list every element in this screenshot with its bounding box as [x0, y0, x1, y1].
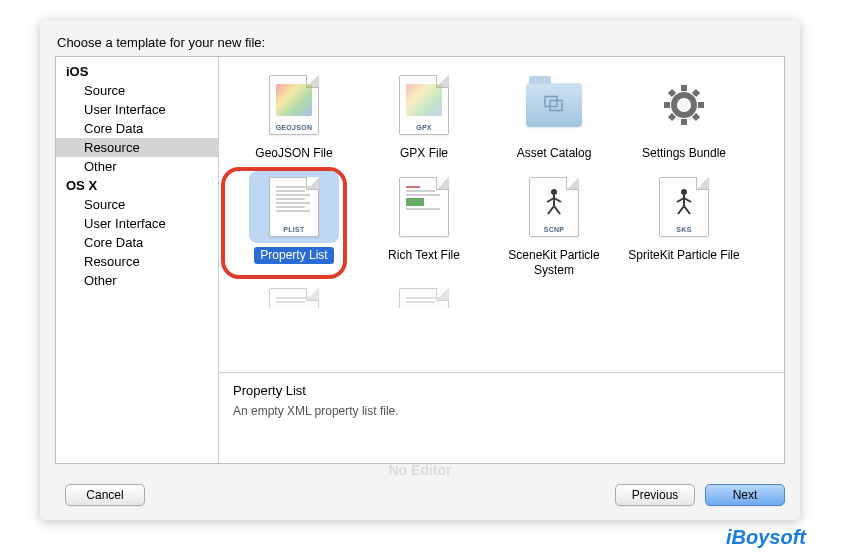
- template-label: SceneKit Particle System: [489, 247, 619, 278]
- svg-line-20: [677, 198, 684, 202]
- sidebar-item-ios-resource[interactable]: Resource: [56, 138, 218, 157]
- sidebar-group-ios[interactable]: iOS: [56, 62, 218, 81]
- template-label: Property List: [254, 247, 333, 263]
- cancel-button[interactable]: Cancel: [65, 484, 145, 506]
- svg-line-21: [684, 198, 691, 202]
- gear-icon: [639, 69, 729, 141]
- template-item[interactable]: [359, 288, 489, 298]
- template-main: GEOJSON GeoJSON File GPX: [219, 57, 784, 463]
- description-body: An empty XML property list file.: [233, 404, 770, 418]
- template-property-list[interactable]: PLIST Property List: [229, 171, 359, 278]
- dialog-button-bar: Cancel Previous Next: [40, 474, 800, 520]
- template-label: Rich Text File: [382, 247, 466, 263]
- file-icon: SCNP: [509, 171, 599, 243]
- template-sidebar: iOS Source User Interface Core Data Reso…: [56, 57, 219, 463]
- template-label: Settings Bundle: [636, 145, 732, 161]
- svg-line-16: [548, 206, 554, 214]
- svg-line-17: [554, 206, 560, 214]
- template-row: PLIST Property List: [229, 171, 774, 288]
- svg-point-12: [551, 189, 557, 195]
- svg-line-8: [694, 91, 698, 95]
- watermark: iBoysoft: [726, 526, 806, 549]
- svg-line-14: [547, 198, 554, 202]
- template-label: GeoJSON File: [249, 145, 338, 161]
- sidebar-item-osx-source[interactable]: Source: [56, 195, 218, 214]
- template-settings-bundle[interactable]: Settings Bundle: [619, 69, 749, 161]
- file-icon: [249, 288, 339, 308]
- svg-line-10: [694, 115, 698, 119]
- new-file-dialog: Choose a template for your new file: iOS…: [40, 20, 800, 520]
- sidebar-item-ios-other[interactable]: Other: [56, 157, 218, 176]
- file-icon: PLIST: [249, 171, 339, 243]
- file-icon: [379, 171, 469, 243]
- svg-rect-0: [545, 97, 557, 107]
- svg-rect-1: [550, 101, 562, 111]
- template-description: Property List An empty XML property list…: [219, 372, 784, 463]
- folder-icon: [509, 69, 599, 141]
- next-button[interactable]: Next: [705, 484, 785, 506]
- sidebar-group-osx[interactable]: OS X: [56, 176, 218, 195]
- dialog-prompt: Choose a template for your new file:: [57, 35, 785, 50]
- template-label: SpriteKit Particle File: [622, 247, 745, 263]
- template-gpx-file[interactable]: GPX GPX File: [359, 69, 489, 161]
- template-scenekit-particle-system[interactable]: SCNP SceneKit Particle System: [489, 171, 619, 278]
- file-icon: GEOJSON: [249, 69, 339, 141]
- svg-line-7: [670, 91, 674, 95]
- template-grid[interactable]: GEOJSON GeoJSON File GPX: [219, 57, 784, 372]
- sidebar-item-osx-user-interface[interactable]: User Interface: [56, 214, 218, 233]
- sidebar-item-osx-resource[interactable]: Resource: [56, 252, 218, 271]
- svg-line-23: [684, 206, 690, 214]
- svg-line-15: [554, 198, 561, 202]
- file-icon: [379, 288, 469, 308]
- template-asset-catalog[interactable]: Asset Catalog: [489, 69, 619, 161]
- sidebar-item-ios-core-data[interactable]: Core Data: [56, 119, 218, 138]
- previous-button[interactable]: Previous: [615, 484, 695, 506]
- svg-point-18: [681, 189, 687, 195]
- sidebar-item-ios-source[interactable]: Source: [56, 81, 218, 100]
- description-title: Property List: [233, 383, 770, 398]
- template-row: [229, 288, 774, 308]
- template-row: GEOJSON GeoJSON File GPX: [229, 69, 774, 171]
- template-geojson-file[interactable]: GEOJSON GeoJSON File: [229, 69, 359, 161]
- template-spritekit-particle-file[interactable]: SKS SpriteKit Particle File: [619, 171, 749, 278]
- sidebar-item-osx-core-data[interactable]: Core Data: [56, 233, 218, 252]
- template-label: Asset Catalog: [511, 145, 598, 161]
- svg-point-11: [679, 100, 689, 110]
- sidebar-item-ios-user-interface[interactable]: User Interface: [56, 100, 218, 119]
- svg-line-22: [678, 206, 684, 214]
- template-rich-text-file[interactable]: Rich Text File: [359, 171, 489, 278]
- dialog-content: iOS Source User Interface Core Data Reso…: [55, 56, 785, 464]
- svg-line-9: [670, 115, 674, 119]
- template-label: GPX File: [394, 145, 454, 161]
- file-icon: GPX: [379, 69, 469, 141]
- file-icon: SKS: [639, 171, 729, 243]
- dialog-inner: Choose a template for your new file: iOS…: [40, 20, 800, 474]
- sidebar-item-osx-other[interactable]: Other: [56, 271, 218, 290]
- template-item[interactable]: [229, 288, 359, 298]
